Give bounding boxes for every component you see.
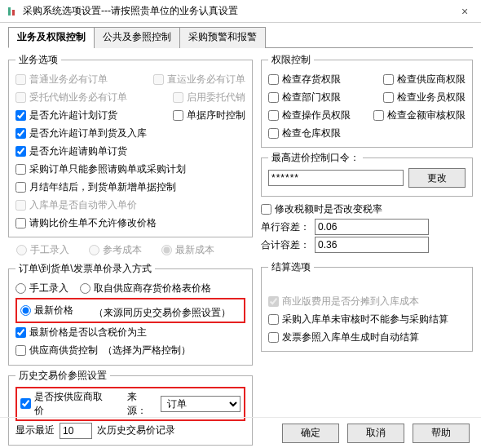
rb-latest-price[interactable]: 最新价格	[20, 301, 73, 319]
history-src-select[interactable]: 订单	[161, 396, 240, 412]
titlebar: 采购系统选项设置---请按照贵单位的业务认真设置 ×	[0, 0, 481, 23]
cb-normal-order: 普通业务必有订单	[15, 70, 108, 88]
sum-tol-label: 合计容差：	[261, 238, 310, 252]
cb-overorder-arrival[interactable]: 是否允许超订单到货及入库	[15, 124, 147, 142]
cb-overreq-order[interactable]: 是否允许超请购单订货	[15, 142, 127, 160]
highlight-latest-price: 最新价格 （来源同历史交易价参照设置）	[15, 298, 245, 323]
help-button[interactable]: 帮助	[413, 424, 470, 443]
latest-price-note: （来源同历史交易价参照设置）	[94, 306, 231, 320]
tab-business-perm[interactable]: 业务及权限控制	[8, 27, 95, 48]
settle-legend: 结算选项	[268, 260, 314, 274]
app-icon	[5, 5, 18, 18]
biz-options-legend: 业务选项	[15, 53, 61, 67]
unit-tol-input[interactable]	[315, 219, 429, 235]
price-entry-legend: 订单\到货单\发票单价录入方式	[15, 262, 155, 276]
rb-vendor-price[interactable]: 取自供应商存货价格表价格	[80, 279, 211, 297]
cb-check-wh[interactable]: 检查仓库权限	[268, 124, 341, 142]
history-src-label: 来源：	[127, 390, 156, 418]
cb-in-unaudited[interactable]: 采购入库单未审核时不能参与采购结算	[268, 310, 448, 328]
vendor-supply-note: （选择为严格控制）	[103, 344, 191, 357]
cost-radio-group: 手工录入 参考成本 最新成本	[8, 241, 253, 259]
cb-direct-order: 直运业务必有订单	[153, 70, 245, 88]
price-ctrl-group: 最高进价控制口令： 更改	[261, 151, 473, 197]
cb-consign-order: 受托代销业务必有订单	[15, 88, 127, 106]
tab-alert[interactable]: 采购预警和报警	[179, 27, 266, 48]
cb-vendor-supply-ctrl[interactable]: 供应商供货控制	[15, 342, 98, 360]
highlight-history-row: 是否按供应商取价 来源： 订单	[15, 387, 245, 421]
history-price-legend: 历史交易价参照设置	[15, 369, 110, 383]
sum-tol-input[interactable]	[315, 237, 429, 253]
price-ctrl-password[interactable]	[268, 170, 404, 186]
cb-latest-incl-tax[interactable]: 最新价格是否以含税价为主	[15, 324, 147, 342]
cb-check-inv[interactable]: 检查存货权限	[268, 70, 341, 88]
cb-check-operator[interactable]: 检查操作员权限	[268, 106, 351, 124]
cb-biz-cost-share: 商业版费用是否分摊到入库成本	[268, 292, 419, 310]
cb-check-bizperson[interactable]: 检查业务员权限	[383, 88, 466, 106]
window-title: 采购系统选项设置---请按照贵单位的业务认真设置	[23, 4, 448, 18]
svg-rect-0	[8, 7, 11, 16]
cb-check-amount[interactable]: 检查金额审核权限	[373, 106, 466, 124]
cb-auto-price-in: 入库单是否自动带入单价	[15, 196, 137, 214]
cb-check-vendor[interactable]: 检查供应商权限	[383, 70, 466, 88]
cb-req-compare-noedit[interactable]: 请购比价生单不允许修改价格	[15, 214, 157, 232]
price-entry-group: 订单\到货单\发票单价录入方式 手工录入 取自供应商存货价格表价格 最新价格 （…	[8, 262, 253, 366]
tab-public-ref[interactable]: 公共及参照控制	[94, 27, 180, 48]
cb-enable-consign: 启用委托代销	[173, 88, 245, 106]
ok-button[interactable]: 确定	[282, 424, 339, 443]
change-password-button[interactable]: 更改	[408, 168, 466, 188]
footer: 确定 取消 帮助	[0, 417, 481, 448]
perm-legend: 权限控制	[268, 53, 314, 67]
tabs: 业务及权限控制 公共及参照控制 采购预警和报警	[8, 26, 473, 48]
close-button[interactable]: ×	[448, 0, 481, 23]
rb-manual[interactable]: 手工录入	[15, 279, 68, 297]
cb-doc-seq-ctrl[interactable]: 单据序时控制	[173, 106, 245, 124]
cb-check-dept[interactable]: 检查部门权限	[268, 88, 341, 106]
perm-group: 权限控制 检查存货权限 检查供应商权限 检查部门权限 检查业务员权限 检查操作员…	[261, 53, 473, 148]
biz-options-group: 业务选项 普通业务必有订单 直运业务必有订单 受托代销业务必有订单 启用委托代销…	[8, 53, 253, 237]
cb-month-year-close[interactable]: 月结年结后，到货单新增单据控制	[15, 178, 176, 196]
cb-change-taxrate[interactable]: 修改税额时是否改变税率	[261, 200, 382, 218]
settle-group: 结算选项 商业版费用是否分摊到入库成本 采购入库单未审核时不能参与采购结算 发票…	[261, 260, 473, 352]
cb-invoice-auto-settle[interactable]: 发票参照入库单生成时自动结算	[268, 328, 419, 346]
cb-order-ref-only[interactable]: 采购订单只能参照请购单或采购计划	[15, 160, 186, 178]
cancel-button[interactable]: 取消	[347, 424, 404, 443]
unit-tol-label: 单行容差：	[261, 220, 310, 234]
svg-rect-1	[12, 10, 15, 16]
cb-overplan-order[interactable]: 是否允许超计划订货	[15, 106, 117, 124]
cb-by-vendor-price[interactable]: 是否按供应商取价	[20, 390, 111, 418]
price-ctrl-legend: 最高进价控制口令：	[268, 151, 363, 165]
